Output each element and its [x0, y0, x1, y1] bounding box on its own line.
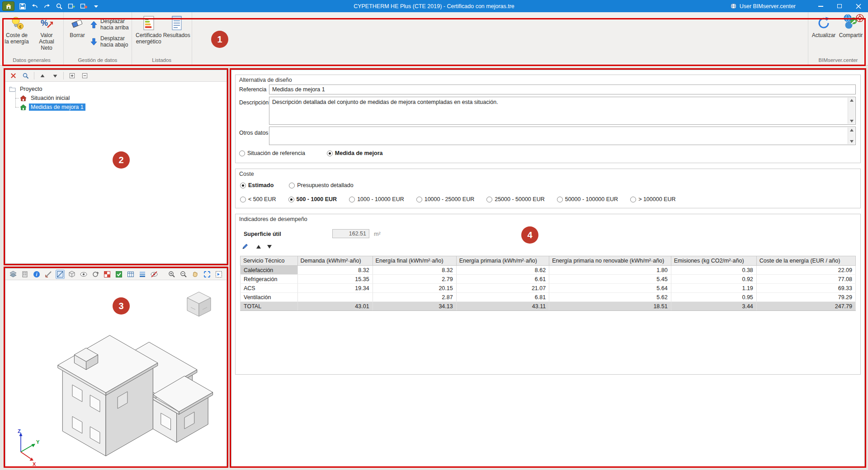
table-cell-value[interactable]: 20.15 — [373, 284, 456, 293]
edit-pencil-icon[interactable] — [241, 242, 249, 252]
table-cell-service[interactable]: Ventilación — [241, 293, 298, 302]
table-cell-value[interactable]: 79.29 — [756, 293, 855, 302]
scroll-rail[interactable] — [848, 98, 855, 124]
bim-import-icon[interactable] — [67, 2, 75, 10]
zoom-extents-icon[interactable] — [203, 270, 212, 279]
table-cell-value[interactable]: 6.61 — [456, 275, 549, 284]
valor-actual-neto-button[interactable]: % Valor Actual Neto — [33, 15, 61, 51]
solid-cube-icon[interactable] — [67, 270, 76, 279]
cost-range-option[interactable]: 1000 - 10000 EUR — [349, 196, 404, 202]
otros-datos-textarea[interactable] — [269, 127, 856, 145]
table-column-header[interactable]: Coste de la energía (EUR / año) — [756, 256, 855, 266]
table-cell-value[interactable] — [297, 293, 373, 302]
app-menu-button[interactable] — [2, 1, 14, 11]
tree-item-medidas-mejora-1[interactable]: Medidas de mejora 1 — [13, 103, 225, 112]
pan-hand-icon[interactable] — [191, 270, 200, 279]
search-icon[interactable] — [55, 2, 63, 10]
orbit-icon[interactable] — [91, 270, 100, 279]
table-cell-value[interactable]: 0.38 — [671, 266, 756, 275]
move-up-icon[interactable] — [38, 71, 47, 80]
bim-update-icon[interactable] — [80, 2, 88, 10]
help-lifebuoy-icon[interactable] — [855, 14, 864, 23]
medida-mejora-radio[interactable]: Medida de mejora — [327, 150, 383, 156]
table-column-header[interactable]: Energía final (kWh/m²·año) — [373, 256, 456, 266]
model-3d-view[interactable]: Z Y X — [5, 280, 226, 466]
table-cell-value[interactable]: 43.01 — [297, 302, 373, 311]
coste-energia-button[interactable]: € Coste de la energía — [3, 15, 31, 45]
row-down-icon[interactable] — [267, 245, 272, 249]
hide-elements-icon[interactable] — [150, 270, 159, 279]
table-cell-value[interactable]: 22.09 — [756, 266, 855, 275]
tree-item-situacion-inicial[interactable]: Situación inicial — [13, 94, 225, 103]
close-button[interactable] — [849, 0, 868, 12]
zoom-in-icon[interactable] — [167, 270, 176, 279]
network-globe-icon[interactable] — [843, 14, 852, 23]
layer-list-icon[interactable] — [138, 270, 147, 279]
table-column-header[interactable]: Energía primaria no renovable (kWh/m²·añ… — [549, 256, 671, 266]
minimize-button[interactable] — [811, 0, 830, 12]
thermal-map-icon[interactable] — [103, 270, 112, 279]
cost-range-option[interactable]: 50000 - 100000 EUR — [557, 196, 618, 202]
undo-button[interactable] — [31, 2, 39, 10]
redo-button[interactable] — [43, 2, 51, 10]
table-cell-value[interactable]: 34.13 — [373, 302, 456, 311]
table-cell-value[interactable]: 5.64 — [549, 284, 671, 293]
referencia-input[interactable]: Medidas de mejora 1 — [269, 85, 856, 94]
table-cell-value[interactable]: 2.79 — [373, 275, 456, 284]
save-button[interactable] — [19, 2, 27, 10]
table-cell-value[interactable]: 2.87 — [373, 293, 456, 302]
cost-range-option[interactable]: < 500 EUR — [240, 196, 276, 202]
table-cell-value[interactable]: 5.45 — [549, 275, 671, 284]
table-cell-service[interactable]: Calefacción — [241, 266, 298, 275]
table-cell-service[interactable]: ACS — [241, 284, 298, 293]
search-icon[interactable] — [21, 71, 30, 80]
desplazar-abajo-button[interactable]: Desplazar hacia abajo — [90, 34, 129, 49]
cost-range-option[interactable]: > 100000 EUR — [630, 196, 675, 202]
table-cell-value[interactable]: 18.51 — [549, 302, 671, 311]
table-cell-value[interactable]: 0.95 — [671, 293, 756, 302]
collapse-all-icon[interactable] — [80, 71, 89, 80]
table-cell-value[interactable]: 0.92 — [671, 275, 756, 284]
actualizar-button[interactable]: Actualizar — [811, 15, 836, 38]
table-cell-value[interactable]: 8.32 — [297, 266, 373, 275]
table-cell-service[interactable]: Refrigeración — [241, 275, 298, 284]
table-column-header[interactable]: Servicio Técnico — [241, 256, 298, 266]
zoom-out-icon[interactable] — [179, 270, 188, 279]
table-cell-value[interactable]: 15.35 — [297, 275, 373, 284]
borrar-button[interactable]: Borrar — [66, 15, 88, 38]
measure-icon[interactable] — [44, 270, 53, 279]
presupuesto-detallado-radio[interactable]: Presupuesto detallado — [289, 182, 353, 188]
table-cell-service[interactable]: TOTAL — [241, 302, 298, 311]
table-cell-value[interactable]: 6.81 — [456, 293, 549, 302]
table-cell-value[interactable]: 19.34 — [297, 284, 373, 293]
scroll-rail[interactable] — [848, 127, 855, 144]
bimserver-user-chip[interactable]: User BIMserver.center — [730, 3, 796, 9]
table-cell-value[interactable]: 8.32 — [373, 266, 456, 275]
table-column-header[interactable]: Emisiones (kg CO2/m²·año) — [671, 256, 756, 266]
cost-range-option[interactable]: 25000 - 50000 EUR — [486, 196, 545, 202]
table-cell-value[interactable]: 247.79 — [756, 302, 855, 311]
cost-range-option[interactable]: 500 - 1000 EUR — [288, 196, 337, 202]
chevron-down-icon[interactable] — [92, 2, 100, 10]
visibility-eye-icon[interactable] — [79, 270, 88, 279]
table-cell-value[interactable]: 3.44 — [671, 302, 756, 311]
table-column-header[interactable]: Demanda (kWh/m²·año) — [297, 256, 373, 266]
building-icon[interactable] — [20, 270, 29, 279]
section-plane-icon[interactable] — [56, 270, 65, 279]
table-cell-value[interactable]: 8.62 — [456, 266, 549, 275]
maximize-button[interactable] — [830, 0, 849, 12]
delete-icon[interactable] — [9, 71, 18, 80]
move-down-icon[interactable] — [51, 71, 60, 80]
situacion-referencia-radio[interactable]: Situación de referencia — [239, 150, 305, 156]
table-cell-value[interactable]: 69.33 — [756, 284, 855, 293]
info-icon[interactable]: i — [32, 270, 41, 279]
check-model-icon[interactable] — [114, 270, 123, 279]
table-cell-value[interactable]: 43.11 — [456, 302, 549, 311]
grid-table-icon[interactable] — [126, 270, 135, 279]
layers-icon[interactable] — [9, 270, 18, 279]
expand-all-icon[interactable] — [67, 71, 76, 80]
row-up-icon[interactable] — [256, 245, 261, 249]
tree-item-proyecto[interactable]: Proyecto — [7, 85, 225, 94]
resultados-button[interactable]: Resultados — [165, 15, 189, 38]
previous-view-icon[interactable] — [214, 270, 223, 279]
